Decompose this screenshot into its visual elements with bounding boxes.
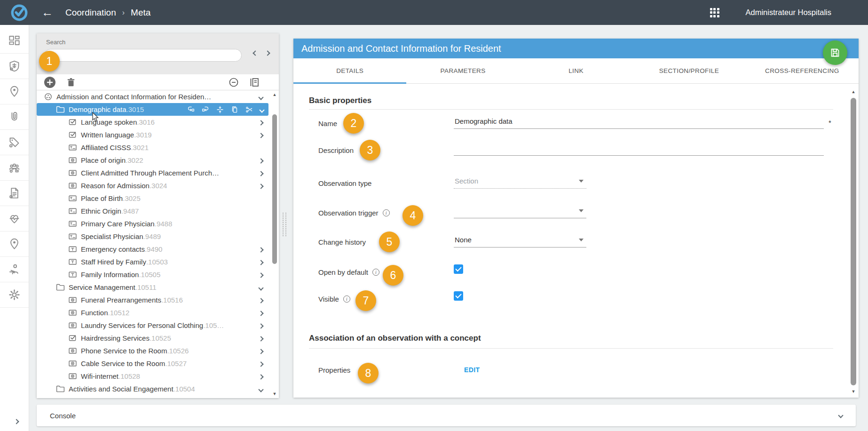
chevron-right-icon[interactable] [258, 336, 263, 341]
sidebar-item-health-pulse[interactable] [0, 206, 29, 231]
chevron-right-icon[interactable] [258, 171, 263, 176]
observation-trigger-select[interactable] [454, 203, 586, 218]
tree-item[interactable]: Service Management.10511 [37, 281, 270, 294]
tree-item[interactable]: Staff Hired by Family.10503 [37, 255, 270, 268]
chevron-right-icon[interactable] [258, 260, 263, 265]
console-expand-icon[interactable] [838, 413, 843, 418]
scroll-down-icon[interactable]: ▼ [850, 389, 857, 394]
tree-item[interactable]: Reason for Admission.3024 [37, 179, 270, 192]
properties-edit-button[interactable]: EDIT [464, 366, 480, 374]
scrollbar-thumb[interactable] [851, 98, 856, 385]
panel-resize-handle[interactable] [283, 213, 286, 236]
chevron-right-icon[interactable] [258, 158, 263, 163]
sidebar-item-attachment[interactable] [0, 104, 29, 130]
visible-checkbox[interactable] [454, 291, 463, 301]
chevron-down-icon[interactable] [259, 107, 264, 112]
sidebar-item-settings[interactable] [0, 282, 29, 308]
tree-item[interactable]: Place of Birth.3025 [37, 192, 270, 205]
sidebar-item-team[interactable] [0, 155, 29, 181]
details-scrollbar[interactable]: ▲ ▼ [850, 89, 857, 394]
delete-node-button[interactable] [66, 77, 76, 88]
insert-after-icon[interactable] [201, 105, 210, 114]
insert-before-icon[interactable] [187, 105, 195, 114]
tree-item-selected[interactable]: Demographic data.3015 [37, 103, 268, 116]
chevron-right-icon[interactable] [258, 361, 263, 367]
sidebar-item-document[interactable] [0, 181, 29, 206]
sidebar-item-caregiver[interactable] [0, 257, 29, 282]
search-input[interactable] [44, 49, 242, 62]
save-button[interactable] [823, 40, 847, 65]
tree-item[interactable]: Ethnic Origin.9487 [37, 205, 270, 217]
copy-icon[interactable] [230, 105, 239, 114]
search-next-icon[interactable] [265, 50, 270, 56]
chevron-right-icon[interactable] [258, 133, 263, 138]
chevron-right-icon[interactable] [258, 374, 263, 379]
add-node-button[interactable] [44, 77, 55, 88]
copy-structure-icon[interactable] [249, 77, 260, 88]
tree-item[interactable]: Family Information.10505 [37, 268, 270, 281]
chevron-right-icon[interactable] [258, 311, 263, 316]
tree-item[interactable]: Laundry Services for Personal Clothing.1… [37, 319, 270, 332]
chevron-right-icon[interactable] [258, 349, 263, 354]
tree-item[interactable]: Written language.3019 [37, 128, 270, 141]
tree-item[interactable]: Funeral Prearrangements.10516 [37, 294, 270, 306]
chevron-right-icon[interactable] [258, 323, 263, 328]
tab-parameters[interactable]: PARAMETERS [406, 58, 519, 83]
change-history-select[interactable]: None [454, 232, 586, 247]
chevron-right-icon[interactable] [258, 184, 263, 189]
back-arrow-icon[interactable]: ← [41, 7, 53, 18]
console-bar[interactable]: Console [37, 405, 856, 426]
tree-item[interactable]: Admission and Contact Information for Re… [37, 90, 270, 103]
tree-item[interactable]: Cable Service to the Room.10527 [37, 357, 270, 370]
collapse-all-icon[interactable] [228, 77, 239, 88]
apps-grid-icon[interactable] [710, 8, 719, 17]
sidebar-item-dashboard[interactable] [0, 28, 29, 54]
chevron-right-icon[interactable] [258, 272, 263, 278]
scroll-up-icon[interactable]: ▲ [850, 89, 857, 94]
tree-item[interactable]: Client Admitted Through Placement Purch… [37, 167, 270, 179]
tree-item[interactable]: Wifi-internet.10528 [37, 370, 270, 383]
sidebar-expand-icon[interactable] [14, 419, 19, 424]
info-icon[interactable]: i [372, 269, 379, 276]
tree-item[interactable]: Primary Care Physician.9488 [37, 217, 270, 230]
search-prev-icon[interactable] [253, 50, 258, 56]
tree-item[interactable]: Emergency contacts.9490 [37, 243, 270, 255]
breadcrumb-coordination[interactable]: Coordination [65, 8, 116, 18]
tree-item[interactable]: Affiliated CISSS.3021 [37, 141, 270, 154]
checkbox-icon [68, 117, 78, 127]
info-icon[interactable]: i [383, 209, 390, 216]
breadcrumb-meta[interactable]: Meta [131, 8, 150, 18]
name-field[interactable] [454, 114, 824, 129]
tree-item[interactable]: Specialist Physician.9489 [37, 230, 270, 243]
user-name[interactable]: Administrateur Hospitalis [746, 8, 831, 17]
tab-link[interactable]: LINK [520, 58, 632, 83]
tree-item[interactable]: Language spoken.3016 [37, 116, 270, 128]
tree-scrollbar[interactable]: ▲ ▼ [271, 92, 278, 396]
sidebar-item-medical-shield[interactable] [0, 54, 29, 79]
tree-item[interactable]: Function.10512 [37, 306, 270, 319]
chevron-right-icon[interactable] [258, 247, 263, 252]
chevron-down-icon[interactable] [258, 387, 263, 392]
sidebar-item-tag[interactable] [0, 130, 29, 155]
scrollbar-thumb[interactable] [272, 114, 277, 264]
chevron-down-icon[interactable] [258, 95, 263, 100]
tree-item[interactable]: Place of origin.3022 [37, 154, 270, 167]
description-field[interactable] [454, 141, 824, 156]
scroll-down-icon[interactable]: ▼ [271, 391, 278, 396]
chevron-down-icon[interactable] [258, 285, 263, 290]
open-by-default-checkbox[interactable] [454, 264, 463, 274]
chevron-right-icon[interactable] [258, 120, 263, 125]
tree-item[interactable]: Activities and Social Engagement.10504 [37, 383, 270, 395]
sidebar-item-location[interactable] [0, 79, 29, 104]
sidebar-item-map-pin[interactable] [0, 231, 29, 257]
tab-details[interactable]: DETAILS [293, 58, 406, 83]
scroll-up-icon[interactable]: ▲ [271, 92, 278, 97]
chevron-right-icon[interactable] [258, 298, 263, 303]
split-icon[interactable] [216, 105, 224, 114]
info-icon[interactable]: i [343, 295, 350, 303]
tree-item[interactable]: Phone Service to the Room.10526 [37, 344, 270, 357]
tree-item[interactable]: Hairdressing Services.10525 [37, 332, 270, 344]
app-logo-icon[interactable] [10, 4, 28, 22]
cut-icon[interactable] [245, 105, 253, 114]
tab-section-profile[interactable]: SECTION/PROFILE [632, 58, 745, 83]
